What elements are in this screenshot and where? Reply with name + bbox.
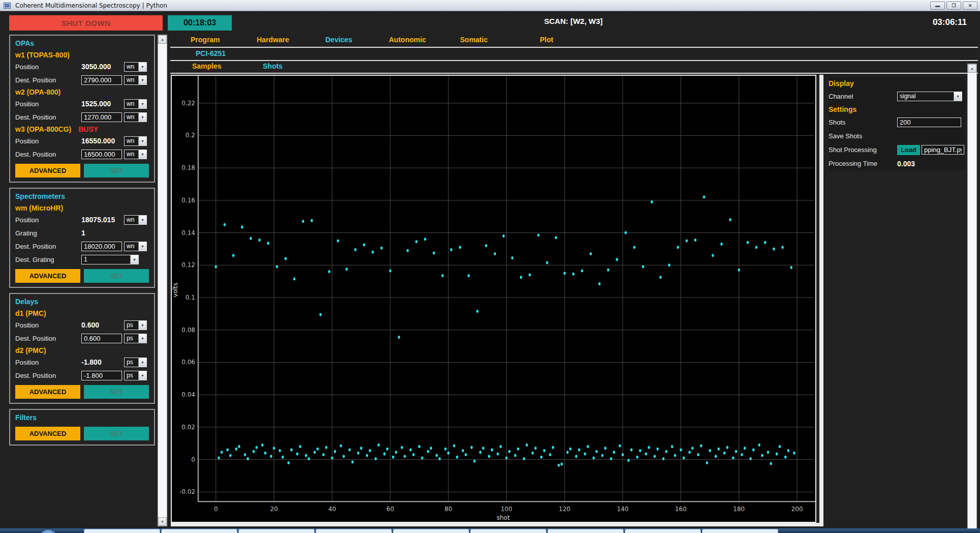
unit-value: wn (125, 113, 138, 122)
scatter-point (471, 446, 473, 449)
panel-scrollbar[interactable]: ▲ ▼ (967, 64, 977, 533)
taskbar-button[interactable] (702, 529, 778, 533)
tab-shots[interactable]: Shots (263, 62, 283, 70)
device-name-row: w3 (OPA-800CG)BUSY (15, 124, 149, 134)
taskbar-button[interactable] (238, 529, 315, 533)
taskbar-button[interactable] (161, 529, 237, 533)
taskbar-button[interactable] (625, 529, 701, 533)
shot-processing-label: Shot Processing (829, 146, 897, 154)
scatter-point (430, 447, 432, 450)
display-header: Display (829, 77, 965, 90)
close-button[interactable]: ✕ (963, 2, 977, 10)
shutdown-button[interactable]: SHUT DOWN (9, 15, 163, 31)
y-tick-label: 0.08 (181, 327, 195, 334)
start-button[interactable] (39, 529, 58, 533)
scatter-point (479, 451, 481, 454)
scatter-point (241, 225, 243, 228)
unit-select[interactable]: ps▼ (124, 320, 147, 330)
unit-select[interactable]: wn▼ (124, 62, 147, 72)
view-tabs: SamplesShots (170, 62, 826, 72)
section-title: Spectrometers (15, 192, 149, 202)
section-buttons: ADVANCEDSET (15, 269, 149, 283)
scrollbar-track[interactable] (968, 73, 976, 528)
field-input[interactable] (81, 150, 122, 159)
shots-scatter-plot[interactable]: -0.0200.020.040.060.080.10.120.140.160.1… (171, 75, 816, 523)
unit-select[interactable]: wn▼ (124, 215, 147, 225)
scroll-down-icon[interactable]: ▼ (158, 517, 167, 526)
field-value: -1.800 (81, 358, 124, 366)
taskbar-button[interactable] (470, 529, 546, 533)
field-input[interactable] (81, 242, 122, 251)
menu-item-autonomic[interactable]: Autonomic (389, 36, 426, 44)
menu-item-program[interactable]: Program (191, 36, 220, 44)
unit-select[interactable]: 1▼ (81, 255, 139, 264)
set-button[interactable]: SET (84, 385, 149, 399)
unit-select[interactable]: ps▼ (124, 358, 147, 367)
scatter-point (270, 455, 272, 458)
scatter-point (793, 452, 795, 455)
x-tick-label: 20 (270, 506, 278, 513)
unit-select[interactable]: wn▼ (124, 150, 147, 159)
pane-splitter[interactable] (819, 75, 823, 526)
field-row: Dest. Positionwn▼ (15, 147, 149, 161)
advanced-button[interactable]: ADVANCED (15, 269, 80, 283)
scatter-point (421, 456, 423, 459)
menu-item-hardware[interactable]: Hardware (257, 36, 289, 44)
unit-select[interactable]: ps▼ (124, 371, 147, 380)
taskbar-button[interactable] (316, 529, 392, 533)
field-input[interactable] (81, 75, 122, 85)
menu-item-devices[interactable]: Devices (325, 36, 352, 44)
unit-select[interactable]: ps▼ (124, 334, 147, 343)
y-tick-label: 0.1 (186, 294, 195, 301)
scroll-up-icon[interactable]: ▲ (158, 35, 167, 44)
scatter-point (674, 454, 676, 457)
x-axis-label: shot (497, 514, 510, 521)
set-button[interactable]: SET (84, 164, 149, 177)
processing-script-input[interactable] (922, 145, 964, 155)
app-window: SHUT DOWN 00:18:03 SCAN: [W2, W3] 03:06:… (0, 11, 980, 528)
sidebar-scrollbar[interactable]: ▲ ▼ (158, 35, 167, 526)
set-button[interactable]: SET (84, 427, 149, 440)
scatter-point (520, 276, 522, 279)
unit-value: wn (125, 76, 138, 84)
shots-input[interactable] (897, 117, 961, 127)
unit-select[interactable]: wn▼ (124, 242, 147, 251)
status-badge: BUSY (78, 125, 98, 133)
channel-select[interactable]: signal ▼ (897, 92, 962, 101)
scatter-point (581, 269, 583, 272)
field-input[interactable] (81, 371, 122, 380)
taskbar-button[interactable] (393, 529, 469, 533)
scatter-point (500, 445, 502, 448)
advanced-button[interactable]: ADVANCED (15, 164, 80, 177)
advanced-button[interactable]: ADVANCED (15, 427, 80, 440)
chevron-down-icon: ▼ (138, 358, 146, 367)
scatter-point (462, 449, 464, 452)
unit-select[interactable]: wn▼ (124, 136, 147, 146)
field-input[interactable] (81, 334, 122, 343)
scrollbar-track[interactable] (158, 44, 167, 517)
field-row: Dest. Positionps▼ (15, 369, 149, 382)
scatter-point (784, 456, 786, 459)
advanced-button[interactable]: ADVANCED (15, 385, 80, 399)
field-input[interactable] (81, 112, 122, 122)
tab-pci-6251[interactable]: PCI-6251 (196, 49, 226, 57)
taskbar-button[interactable] (547, 529, 624, 533)
set-button[interactable]: SET (84, 269, 149, 283)
load-script-button[interactable]: Load (897, 145, 920, 155)
scroll-up-icon[interactable]: ▲ (968, 64, 976, 73)
unit-select[interactable]: wn▼ (124, 112, 147, 122)
taskbar-button[interactable] (84, 529, 160, 533)
scatter-point (781, 246, 783, 249)
unit-select[interactable]: wn▼ (124, 75, 147, 85)
bottom-splitter[interactable] (171, 523, 823, 526)
scatter-point (282, 456, 284, 459)
app-icon (4, 3, 11, 9)
minimize-button[interactable]: ▬ (930, 2, 945, 10)
restore-button[interactable]: ❐ (946, 2, 961, 10)
tab-samples[interactable]: Samples (192, 62, 222, 70)
menu-item-somatic[interactable]: Somatic (460, 36, 487, 44)
unit-select[interactable]: wn▼ (124, 99, 147, 109)
menu-item-plot[interactable]: Plot (540, 36, 553, 44)
scatter-point (555, 236, 557, 239)
scatter-point (375, 457, 377, 460)
